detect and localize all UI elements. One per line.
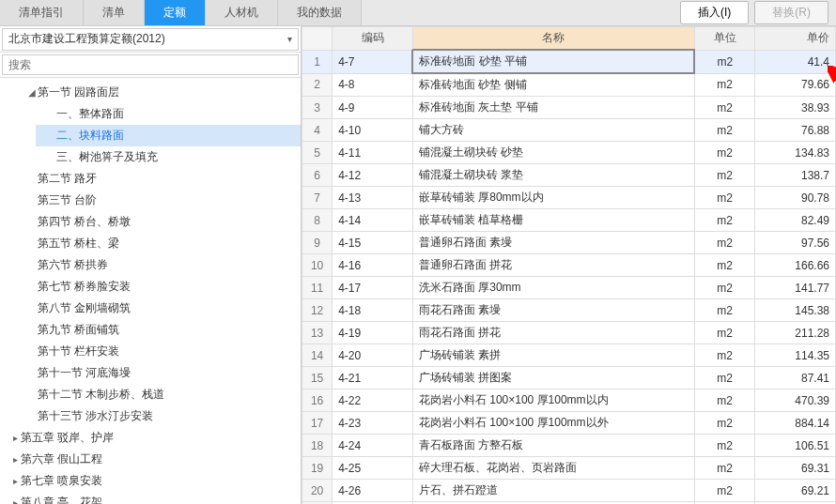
cell-code[interactable]: 4-17	[333, 277, 413, 299]
cell-price[interactable]: 69.21	[755, 480, 836, 502]
col-header-name[interactable]: 名称	[412, 27, 694, 51]
table-row[interactable]: 184-24青石板路面 方整石板m2106.51	[302, 435, 836, 457]
table-row[interactable]: 194-25碎大理石板、花岗岩、页岩路面m269.31	[302, 457, 836, 480]
cell-price[interactable]: 114.35	[755, 344, 836, 367]
cell-price[interactable]: 82.49	[755, 209, 836, 232]
tab-my-data[interactable]: 我的数据	[278, 0, 362, 25]
tree-chapter-8[interactable]: ▸第八章 亭、花架	[0, 492, 301, 504]
tree-item-1-1[interactable]: 一、整体路面	[36, 103, 301, 125]
cell-code[interactable]: 4-14	[333, 209, 413, 232]
cell-name[interactable]: 普通卵石路面 拼花	[412, 254, 694, 277]
table-row[interactable]: 104-16普通卵石路面 拼花m2166.66	[302, 254, 836, 277]
cell-price[interactable]: 38.93	[755, 97, 836, 119]
cell-code[interactable]: 4-20	[333, 344, 413, 367]
cell-name[interactable]: 标准砖地面 砂垫 平铺	[412, 50, 694, 73]
cell-unit[interactable]: m2	[694, 480, 754, 502]
cell-unit[interactable]: m2	[694, 187, 754, 209]
cell-name[interactable]: 嵌草砖铺装 植草格栅	[412, 209, 694, 232]
tree-item-1-2[interactable]: 二、块料路面	[36, 125, 301, 146]
cell-name[interactable]: 铺混凝土砌块砖 砂垫	[412, 142, 694, 164]
tree-section-5[interactable]: 第五节 桥柱、梁	[17, 233, 301, 254]
cell-code[interactable]: 4-8	[333, 73, 413, 97]
cell-code[interactable]: 4-7	[333, 50, 413, 73]
cell-price[interactable]: 87.41	[755, 367, 836, 389]
cell-unit[interactable]: m2	[694, 232, 754, 254]
cell-price[interactable]: 69.31	[755, 457, 836, 480]
cell-code[interactable]: 4-9	[333, 97, 413, 119]
search-input[interactable]	[2, 54, 299, 75]
tree-section-9[interactable]: 第九节 桥面铺筑	[17, 319, 301, 341]
cell-price[interactable]: 90.78	[755, 187, 836, 209]
tree-section-13[interactable]: 第十三节 涉水汀步安装	[17, 405, 301, 427]
table-row[interactable]: 204-26片石、拼石蹬道m269.21	[302, 480, 836, 502]
table-row[interactable]: 84-14嵌草砖铺装 植草格栅m282.49	[302, 209, 836, 232]
table-row[interactable]: 144-20广场砖铺装 素拼m2114.35	[302, 344, 836, 367]
tab-list-guide[interactable]: 清单指引	[0, 0, 84, 25]
tree-section-11[interactable]: 第十一节 河底海墁	[17, 362, 301, 384]
data-table-wrap[interactable]: 编码 名称 单位 单价 14-7标准砖地面 砂垫 平铺m241.424-8标准砖…	[302, 26, 836, 504]
cell-name[interactable]: 花岗岩小料石 100×100 厚100mm以内	[412, 389, 694, 412]
cell-code[interactable]: 4-22	[333, 389, 413, 412]
cell-unit[interactable]: m2	[694, 73, 754, 97]
table-row[interactable]: 64-12铺混凝土砌块砖 浆垫m2138.7	[302, 164, 836, 187]
table-row[interactable]: 54-11铺混凝土砌块砖 砂垫m2134.83	[302, 142, 836, 164]
table-row[interactable]: 14-7标准砖地面 砂垫 平铺m241.4	[302, 50, 836, 73]
cell-name[interactable]: 碎大理石板、花岗岩、页岩路面	[412, 457, 694, 480]
table-row[interactable]: 34-9标准砖地面 灰土垫 平铺m238.93	[302, 97, 836, 119]
table-row[interactable]: 154-21广场砖铺装 拼图案m287.41	[302, 367, 836, 389]
tab-quota[interactable]: 定额	[145, 0, 206, 25]
cell-name[interactable]: 洗米石路面 厚30mm	[412, 277, 694, 299]
cell-code[interactable]: 4-18	[333, 299, 413, 322]
table-row[interactable]: 124-18雨花石路面 素墁m2145.38	[302, 299, 836, 322]
cell-name[interactable]: 片石、拼石蹬道	[412, 480, 694, 502]
cell-unit[interactable]: m2	[694, 435, 754, 457]
cell-price[interactable]: 138.7	[755, 164, 836, 187]
tree-chapter-5[interactable]: ▸第五章 驳岸、护岸	[0, 427, 301, 449]
cell-unit[interactable]: m2	[694, 412, 754, 435]
tree-item-1-3[interactable]: 三、树池箅子及填充	[36, 146, 301, 168]
cell-code[interactable]: 4-26	[333, 480, 413, 502]
cell-name[interactable]: 铺混凝土砌块砖 浆垫	[412, 164, 694, 187]
cell-name[interactable]: 雨花石路面 拼花	[412, 322, 694, 344]
col-header-unit[interactable]: 单位	[694, 27, 754, 51]
cell-name[interactable]: 标准砖地面 灰土垫 平铺	[412, 97, 694, 119]
cell-price[interactable]: 79.66	[755, 73, 836, 97]
cell-unit[interactable]: m2	[694, 344, 754, 367]
tree-section-10[interactable]: 第十节 栏杆安装	[17, 341, 301, 362]
quota-book-dropdown[interactable]: 北京市建设工程预算定额(2012) ▾	[2, 28, 299, 51]
table-row[interactable]: 174-23花岗岩小料石 100×100 厚100mm以外m2884.14	[302, 412, 836, 435]
tree-section-1[interactable]: ◢第一节 园路面层	[17, 82, 301, 103]
table-row[interactable]: 94-15普通卵石路面 素墁m297.56	[302, 232, 836, 254]
cell-name[interactable]: 广场砖铺装 拼图案	[412, 367, 694, 389]
table-row[interactable]: 164-22花岗岩小料石 100×100 厚100mm以内m2470.39	[302, 389, 836, 412]
table-row[interactable]: 74-13嵌草砖铺装 厚80mm以内m290.78	[302, 187, 836, 209]
cell-unit[interactable]: m2	[694, 50, 754, 73]
cell-price[interactable]: 166.66	[755, 254, 836, 277]
cell-name[interactable]: 花岗岩小料石 100×100 厚100mm以外	[412, 412, 694, 435]
col-header-rownum[interactable]	[302, 27, 333, 51]
cell-price[interactable]: 145.38	[755, 299, 836, 322]
insert-button[interactable]: 插入(I)	[680, 1, 749, 24]
cell-name[interactable]: 青石板路面 方整石板	[412, 435, 694, 457]
nav-tree[interactable]: ◢第一节 园路面层 一、整体路面 二、块料路面 三、树池箅子及填充 第二节 路牙…	[0, 78, 301, 504]
cell-price[interactable]: 470.39	[755, 389, 836, 412]
table-row[interactable]: 114-17洗米石路面 厚30mmm2141.77	[302, 277, 836, 299]
cell-unit[interactable]: m2	[694, 389, 754, 412]
cell-code[interactable]: 4-24	[333, 435, 413, 457]
cell-code[interactable]: 4-16	[333, 254, 413, 277]
cell-code[interactable]: 4-25	[333, 457, 413, 480]
cell-code[interactable]: 4-23	[333, 412, 413, 435]
cell-price[interactable]: 76.88	[755, 119, 836, 142]
table-row[interactable]: 134-19雨花石路面 拼花m2211.28	[302, 322, 836, 344]
cell-unit[interactable]: m2	[694, 457, 754, 480]
cell-code[interactable]: 4-13	[333, 187, 413, 209]
cell-name[interactable]: 铺大方砖	[412, 119, 694, 142]
cell-code[interactable]: 4-19	[333, 322, 413, 344]
cell-price[interactable]: 134.83	[755, 142, 836, 164]
tab-list[interactable]: 清单	[84, 0, 145, 25]
cell-price[interactable]: 141.77	[755, 277, 836, 299]
tab-rencaiji[interactable]: 人材机	[206, 0, 278, 25]
table-row[interactable]: 24-8标准砖地面 砂垫 侧铺m279.66	[302, 73, 836, 97]
cell-code[interactable]: 4-12	[333, 164, 413, 187]
cell-unit[interactable]: m2	[694, 119, 754, 142]
